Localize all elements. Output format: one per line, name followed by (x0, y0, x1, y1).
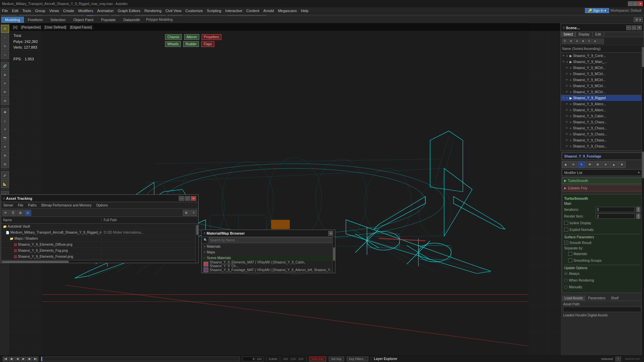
scene-item-chass2[interactable]: 👁◈Shaanxi_Y_9_Chass... (561, 125, 644, 131)
mod-icon-delete[interactable]: ✕ (602, 161, 609, 168)
auto-key-btn[interactable]: Auto Key (309, 357, 326, 361)
asset-row-vault[interactable]: 📁 Autodesk Vault (1, 224, 198, 230)
iterations-up[interactable]: ▲ (636, 207, 640, 209)
smooth-result-checkbox[interactable]: ✓ (564, 241, 568, 245)
asset-hscrollbar[interactable] (1, 260, 196, 263)
mat-item-fuselage[interactable]: Shaanxi_Y_9_Fuselage_MAT ( VRayMtl ) [Sh… (202, 267, 335, 273)
frame-input[interactable] (244, 357, 254, 361)
menu-file[interactable]: File (0, 8, 10, 13)
manually-radio[interactable] (564, 285, 568, 289)
dialog-tb-settings[interactable]: ⚙ (183, 210, 190, 216)
tool-measure[interactable]: 📐 (1, 180, 9, 188)
mod-icon-up[interactable]: ▲ (610, 161, 618, 168)
mod-icon-modify[interactable]: ✎ (578, 161, 585, 168)
scene-item-3[interactable]: 👁◈Shaanxi_Y_9_MCtrl... (561, 71, 644, 77)
menu-content[interactable]: Content (244, 8, 261, 13)
tool-motion[interactable]: ⟳ (1, 79, 9, 87)
scene-minimize-btn[interactable]: ─ (626, 25, 631, 30)
asset-row-maps[interactable]: 📁 Maps / Shaders (1, 236, 198, 242)
asset-table-body[interactable]: 📁 Autodesk Vault 📄 Medium_Military_Trans… (1, 224, 198, 263)
mat-close-btn[interactable]: ✕ (328, 231, 333, 236)
smoothing-groups-checkbox[interactable] (568, 258, 572, 262)
dialog-tb-list[interactable]: ☰ (10, 210, 16, 216)
tab-load-assets[interactable]: Load Assets (562, 296, 585, 301)
tool-create[interactable]: ◉ (1, 108, 9, 116)
render-iters-up[interactable]: ▲ (636, 214, 640, 216)
materials-checkbox[interactable] (568, 252, 572, 256)
menu-interactive[interactable]: Interactive (223, 8, 245, 13)
tab-object-paint[interactable]: Object Paint (70, 17, 97, 23)
render-iters-input[interactable] (596, 214, 635, 219)
mat-section-materials[interactable]: + Materials (202, 244, 335, 249)
asset-dialog-maximize[interactable]: □ (185, 196, 190, 201)
mat-section-maps[interactable]: + Maps (202, 249, 335, 255)
dialog-menu-options[interactable]: Options (95, 203, 109, 207)
maximize-btn[interactable]: □ (633, 1, 638, 6)
scene-item-cabin[interactable]: 👁◈Shaanxi_Y_9_Cabin... (561, 113, 644, 119)
explicit-normals-checkbox[interactable] (564, 228, 568, 232)
iterations-input[interactable] (596, 207, 635, 212)
menu-scripting[interactable]: Scripting (205, 8, 223, 13)
add-time-btn[interactable]: + (615, 357, 621, 361)
scene-group-btn[interactable]: ◈ (592, 39, 598, 44)
menu-civil-view[interactable]: Civil View (163, 8, 183, 13)
scene-item-rigged[interactable]: 👁◈▶ Shaanxi_Y_9_Rigged (561, 95, 644, 101)
menu-customize[interactable]: Customize (183, 8, 205, 13)
mat-item-elements[interactable]: Shaanxi_Y_9_Elements_MAT ( VRayMtl ) [Sh… (202, 261, 335, 267)
mat-scrollbar[interactable] (332, 237, 335, 273)
scene-item-chass4[interactable]: 👁◈Shaanxi_Y_9_Chass... (561, 137, 644, 143)
tab-modeling[interactable]: Modeling (1, 17, 24, 23)
scene-item-chass5[interactable]: 👁◈Shaanxi_Y_9_Chass... (561, 143, 644, 149)
tab-freeform[interactable]: Freeform (24, 17, 47, 23)
scene-scrollbar[interactable] (641, 46, 644, 151)
viewport-label-faces[interactable]: [Edged Faces] (69, 25, 93, 29)
asset-dialog-close[interactable]: ✕ (191, 196, 196, 201)
scene-item-ailero1[interactable]: 👁◈Shaanxi_Y_9_Ailero... (561, 101, 644, 107)
tab-datasmith[interactable]: Datasmith (120, 17, 144, 23)
scene-item-1[interactable]: 👁◈▶ Shaanxi_Y_9_Main_... (561, 59, 644, 65)
right-scroll-thumb[interactable] (642, 152, 644, 178)
scene-item-2[interactable]: 👁◈Shaanxi_Y_9_MCtrl... (561, 65, 644, 71)
right-panel-scrollbar[interactable] (641, 151, 644, 349)
scene-item-5[interactable]: 👁◈Shaanxi_Y_9_MCtrl... (561, 83, 644, 89)
when-rendering-radio[interactable] (564, 279, 568, 282)
scene-item-chass1[interactable]: 👁◈Shaanxi_Y_9_Chass... (561, 119, 644, 125)
play-btn-prev[interactable]: |◀ (3, 357, 8, 361)
scene-sort-btn[interactable]: ⊡ (586, 39, 592, 44)
mat-search-input[interactable] (209, 237, 333, 243)
asset-row-fog[interactable]: 🖼 Shaanxi_Y_9_Elements_Fog.png (1, 248, 198, 254)
mod-icon-down[interactable]: ▼ (618, 161, 626, 168)
tool-link[interactable]: 🔗 (1, 62, 9, 70)
viewport-label-shading[interactable]: [User Defined] (43, 25, 67, 29)
dialog-menu-paths[interactable]: Paths (27, 203, 38, 207)
scene-maximize-btn[interactable]: □ (632, 25, 636, 30)
set-key-btn[interactable]: Set Key (329, 357, 344, 361)
scene-item-4[interactable]: 👁◈Shaanxi_Y_9_MCtrl... (561, 77, 644, 83)
tool-select[interactable]: ✜ (1, 25, 9, 33)
tool-cameras[interactable]: 📷 (1, 134, 9, 142)
scene-scroll-thumb[interactable] (642, 47, 644, 67)
play-btn-play-fwd[interactable]: ▶ (21, 357, 26, 361)
tool-spacewarps[interactable]: ⋒ (1, 152, 9, 160)
mod-icon-motion[interactable]: ⟳ (570, 161, 577, 168)
scene-tab-select[interactable]: Select (561, 32, 576, 37)
play-btn-next[interactable]: ▶| (33, 357, 38, 361)
scene-cols-btn[interactable]: ⊞ (568, 39, 574, 44)
dialog-tb-refresh[interactable]: ⟳ (2, 210, 9, 216)
tool-hierarchy[interactable]: ◈ (1, 71, 9, 79)
tool-display[interactable]: 👁 (1, 88, 9, 96)
tab-populate[interactable]: Populate (97, 17, 119, 23)
asset-row-maxfile[interactable]: 📄 Medium_Military_Transport_Aircraft_Sha… (1, 230, 198, 236)
asset-row-diffuse[interactable]: 🖼 Shaanxi_Y_9_Elements_Diffuse.png (1, 242, 198, 248)
tool-paint[interactable]: 🖌 (1, 171, 9, 179)
tool-utils[interactable]: ⚙ (1, 97, 9, 105)
scene-add-btn[interactable]: ➕ (562, 39, 568, 44)
dialog-tb-detail[interactable]: ⊞ (17, 210, 24, 216)
viewport-label-plus[interactable]: [+] (12, 25, 18, 29)
dialog-tb-thumb[interactable]: ⊡ (24, 210, 31, 216)
scene-filter-btn[interactable]: ⊠ (580, 39, 586, 44)
viewport-label-persp[interactable]: [Perspective] (20, 25, 42, 29)
scene-expand-btn[interactable]: ⊟ (574, 39, 580, 44)
menu-graph-editors[interactable]: Graph Editors (116, 8, 143, 13)
tool-lights[interactable]: ☀ (1, 125, 9, 133)
